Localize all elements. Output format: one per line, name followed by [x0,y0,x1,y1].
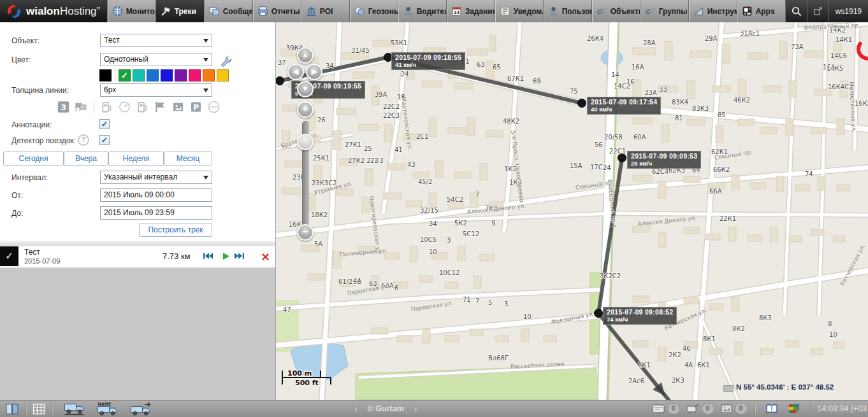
track-checkbox[interactable]: ✓ [0,246,18,266]
tab-messages[interactable]: Сообщения [204,0,252,22]
color-swatch[interactable] [175,69,187,81]
track-point-marker[interactable] [276,77,284,85]
speedings-button[interactable] [117,100,132,114]
toggle-panel-button[interactable] [3,402,22,416]
marker-flags-button[interactable] [74,100,89,114]
tab-geofences[interactable]: Геозоны [349,0,398,22]
copyright-text[interactable]: © Gurtam [368,404,404,413]
track-point-marker[interactable] [578,99,586,108]
username[interactable]: ws1919 [829,7,868,16]
wrench-icon[interactable] [219,55,233,68]
tab-poi[interactable]: POI [301,0,349,22]
pan-up-button[interactable]: ▲ [297,47,314,64]
map-label: 24 [603,164,611,171]
range-button-2[interactable]: Вчера [64,152,108,166]
skip-to-end-button[interactable] [234,252,245,260]
color-swatch[interactable] [133,69,145,81]
map-label: 10С12 [439,269,459,276]
map-label: 83К4 [672,99,688,106]
build-track-button[interactable]: Построить трек [139,223,212,237]
track-point-marker[interactable] [618,154,626,162]
range-button-4[interactable]: Месяц [164,152,212,166]
tab-driver[interactable]: Водители [398,0,446,22]
tab-notifications[interactable]: Уведомл. [495,0,543,22]
messages-status[interactable]: 0 [652,403,680,414]
track-point-marker[interactable] [595,309,603,318]
show-direction-button[interactable] [127,402,155,416]
stops-button[interactable]: STOP [206,100,221,114]
fuel-fillings-button[interactable] [99,100,114,114]
color-swatch[interactable] [189,69,201,81]
annotations-checkbox[interactable]: ✓ [99,119,110,129]
zoom-slider-handle[interactable] [297,134,314,150]
zoom-in-button[interactable]: + [297,101,314,118]
map-grid-button[interactable] [29,402,48,416]
track-list-item[interactable]: ✓ Тест 2015-07-09 7.73 км [0,246,275,267]
trip-detector-checkbox[interactable]: ✓ [99,135,110,145]
line-width-select[interactable]: 6px [100,83,212,97]
color-select[interactable]: Однотонный [100,53,212,66]
tab-globe[interactable]: Мониторинг [107,0,156,22]
map-label: 45/2 [418,178,432,185]
show-tracks-button[interactable] [61,402,89,416]
media-status[interactable]: 0 [721,403,748,414]
tab-units[interactable]: Объекты [591,0,640,22]
svg-text:P: P [193,102,199,112]
object-select[interactable]: Тест [100,34,212,47]
markers-count-button[interactable]: 3 [56,100,71,114]
guide-button[interactable] [762,402,781,416]
fullscreen-button[interactable] [807,0,829,22]
globe-icon [112,6,123,17]
pan-right-button[interactable]: ▶ [306,64,322,80]
tab-label: Задания [465,7,495,16]
map-label: 5А [314,241,322,248]
images-button[interactable] [171,100,185,114]
truck-name-icon: NAME [97,402,119,416]
from-input[interactable]: 2015 Июль 09 00:00 [100,188,212,202]
show-unit-names-button[interactable]: NAME [94,402,122,416]
coordinates-minimize[interactable] [723,385,734,392]
to-input[interactable]: 2015 Июль 09 23:59 [100,206,212,220]
swatch-divider [115,69,115,81]
fullscreen-icon [814,7,822,15]
skip-to-start-button[interactable] [203,252,213,260]
map-label: 22К1 [720,215,736,222]
tab-apps[interactable]: Apps [737,0,785,22]
color-swatch[interactable]: ✓ [119,69,131,81]
tab-tracks[interactable]: Треки [156,0,204,22]
play-button[interactable] [222,252,230,260]
map-label: 2К1 [638,362,651,369]
help-icon[interactable]: ? [78,134,89,146]
map-label: 48К2 [503,118,519,125]
tab-reports[interactable]: Отчеты [252,0,301,22]
fuel-thefts-button[interactable] [135,100,150,114]
zoom-out-button[interactable]: − [297,224,314,241]
tooltip-speed: 74 км/ч [607,316,673,323]
color-swatch[interactable] [217,69,229,81]
messages-icon [209,6,220,17]
pan-down-button[interactable]: ▼ [297,81,314,97]
delete-track-button[interactable] [261,253,270,261]
tab-tools[interactable]: Инструменты [688,0,737,22]
tab-jobs[interactable]: 14Задания [446,0,495,22]
color-swatch[interactable] [203,69,215,81]
tab-groups[interactable]: Группы [640,0,688,22]
map-canvas[interactable]: 3739К43431/4553К16163652439А1822С222С326… [275,22,868,400]
tab-user[interactable]: Пользователи [543,0,591,22]
chevron-right-icon[interactable]: › [414,404,417,414]
color-swatch[interactable] [99,69,112,81]
event-flags-button[interactable] [153,100,168,114]
color-swatch[interactable] [147,69,159,81]
range-button-1[interactable]: Сегодня [3,152,64,166]
pan-left-button[interactable]: ◀ [287,64,304,80]
chat-status[interactable]: 0 [686,403,714,414]
search-button[interactable] [786,0,807,22]
map-label: 73А [791,43,804,50]
color-swatch[interactable] [161,69,173,81]
parkings-button[interactable]: P [189,100,203,114]
map-source-button[interactable] [785,402,803,416]
chevron-right-icon[interactable]: › [354,404,358,414]
interval-select[interactable]: Указанный интервал [100,171,212,184]
range-button-3[interactable]: Неделя [108,152,164,166]
tooltip-time: 2015-07-09 09:08:52 [607,308,673,316]
